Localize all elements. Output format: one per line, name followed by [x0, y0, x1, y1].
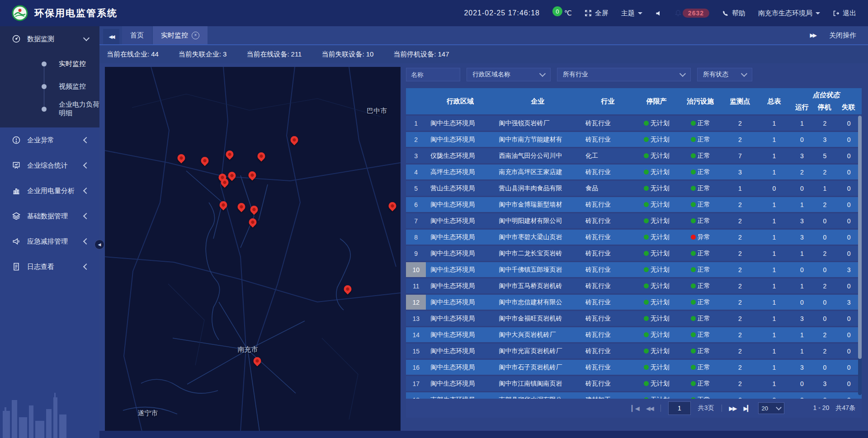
sidebar-collapse-button[interactable]: ◀	[94, 240, 104, 250]
status-dot-icon	[644, 397, 649, 399]
skyline-decoration	[0, 379, 99, 438]
datetime-label: 2021-02-25 17:46:18	[464, 9, 540, 17]
table-row[interactable]: 18南部生态环境局南部县砌华水泥有限公建材加工无计划正常60060	[406, 392, 862, 399]
last-page-button[interactable]: ▶▎	[744, 405, 751, 412]
running-cell: 3	[791, 230, 813, 245]
col-header-total-meter[interactable]: 总表	[758, 88, 791, 114]
col-header-production-limit[interactable]: 停限产	[635, 88, 679, 114]
sidebar-item-data-monitor[interactable]: 数据监测	[0, 26, 99, 52]
row-index-cell: 7	[406, 213, 426, 228]
facility-status-cell: 异常	[679, 230, 722, 245]
close-operations-button[interactable]: 关闭操作	[826, 31, 859, 40]
status-select[interactable]: 所有状态	[697, 68, 752, 81]
industry-select[interactable]: 所有行业	[557, 68, 691, 81]
name-filter-input[interactable]	[406, 68, 460, 81]
status-dot-icon	[691, 235, 696, 240]
mute-button[interactable]	[655, 10, 662, 17]
col-header-running[interactable]: 运行	[791, 103, 813, 112]
tab-realtime-monitor[interactable]: 实时监控×	[153, 26, 208, 44]
help-button[interactable]: 帮助	[722, 9, 745, 18]
app-header: 环保用电监管系统 2021-02-25 17:46:18 0 ℃ 全屏 主题	[0, 0, 868, 26]
table-row[interactable]: 9阆中生态环境局阆中市二龙长宝页岩砖砖瓦行业无计划正常21120	[406, 246, 862, 261]
stat-offline-devices: 当前失联设备:10	[321, 50, 373, 59]
sidebar-item-realtime-monitor[interactable]: 实时监控	[0, 52, 99, 75]
sidebar-item-base-data-management[interactable]: 基础数据管理	[0, 203, 99, 229]
gauge-icon	[12, 34, 21, 43]
tabs-scroll-left-button[interactable]: ◀◀	[103, 29, 119, 44]
first-page-button[interactable]: ▎◀	[632, 405, 639, 412]
sidebar: 数据监测实时监控视频监控企业电力负荷明细企业异常企业综合统计企业用电量分析基础数…	[0, 26, 99, 438]
stat-value: 3	[223, 50, 226, 58]
chevron-left-icon	[83, 162, 90, 169]
table-row[interactable]: 2阆中生态环境局阆中市南方节能建材有砖瓦行业无计划正常21030	[406, 132, 862, 147]
sidebar-item-video-monitor[interactable]: 视频监控	[0, 75, 99, 98]
table-row[interactable]: 14阆中生态环境局阆中大兴页岩机砖厂砖瓦行业无计划正常21120	[406, 327, 862, 342]
table-row[interactable]: 12阆中生态环境局阆中市忠信建材有限公砖瓦行业无计划正常21003	[406, 295, 862, 310]
industry-cell: 砖瓦行业	[581, 116, 635, 131]
total-meter-cell: 1	[758, 165, 791, 179]
map-panel[interactable]: 巴中市南充市遂宁市	[105, 67, 401, 431]
stopped-cell: 2	[813, 246, 836, 261]
next-page-button[interactable]: ▶▶	[729, 405, 736, 412]
sidebar-item-log-view[interactable]: 日志查看	[0, 254, 99, 279]
table-row[interactable]: 16阆中生态环境局阆中市石子页岩机砖厂砖瓦行业无计划正常21300	[406, 360, 862, 375]
col-header-stopped[interactable]: 停机	[813, 103, 836, 112]
total-meter-cell: 1	[758, 148, 791, 163]
production-limit-cell: 无计划	[635, 262, 679, 277]
table-row[interactable]: 6阆中生态环境局阆中市金博瑞新型墙材砖瓦行业无计划正常21120	[406, 197, 862, 212]
total-meter-cell: 1	[758, 230, 791, 245]
col-header-region[interactable]: 行政区域	[426, 88, 494, 114]
stat-label: 当前停机设备:	[393, 50, 436, 58]
table-row[interactable]: 11阆中生态环境局阆中市五马桥页岩机砖砖瓦行业无计划正常21120	[406, 278, 862, 293]
running-cell: 0	[791, 262, 813, 277]
table-row[interactable]: 8阆中生态环境局阆中市枣碧大梁山页岩砖瓦行业无计划异常21300	[406, 230, 862, 245]
table-row[interactable]: 17阆中生态环境局阆中市江南镇阆南页岩砖瓦行业无计划正常21030	[406, 376, 862, 391]
facility-status-cell: 正常	[679, 181, 722, 196]
tab-home[interactable]: 首页	[122, 26, 152, 44]
sidebar-item-power-load-detail[interactable]: 企业电力负荷明细	[0, 98, 99, 120]
org-dropdown[interactable]: 南充市生态环境局	[758, 9, 820, 18]
table-row[interactable]: 1阆中生态环境局阆中强锐页岩砖厂砖瓦行业无计划正常21120	[406, 116, 862, 131]
table-row[interactable]: 4高坪生态环境局南充市高坪区王家店建砖瓦行业无计划正常31220	[406, 165, 862, 179]
table-row[interactable]: 7阆中生态环境局阆中明阳建材有限公司砖瓦行业无计划正常21300	[406, 213, 862, 228]
facility-status-cell: 正常	[679, 116, 722, 131]
sidebar-item-emergency-reduction[interactable]: 应急减排管理	[0, 229, 99, 254]
col-header-treatment-facility[interactable]: 治污设施	[679, 88, 722, 114]
running-cell: 1	[791, 246, 813, 261]
company-cell: 阆中市枣碧大梁山页岩	[495, 230, 581, 245]
sidebar-item-enterprise-abnormal[interactable]: 企业异常	[0, 127, 99, 153]
sidebar-item-power-usage-analysis[interactable]: 企业用电量分析	[0, 178, 99, 203]
scrollbar-thumb[interactable]	[858, 116, 862, 359]
theme-dropdown[interactable]: 主题	[621, 9, 642, 18]
row-index-cell: 5	[406, 181, 426, 196]
header-toolbar: 2021-02-25 17:46:18 0 ℃ 全屏 主题	[464, 9, 856, 18]
logout-button[interactable]: 退出	[833, 9, 856, 18]
facility-status-cell: 正常	[679, 392, 722, 399]
table-row[interactable]: 15阆中生态环境局阆中市光富页岩机砖厂砖瓦行业无计划正常21120	[406, 344, 862, 358]
monitor-points-cell: 2	[722, 213, 758, 228]
city-label: 遂宁市	[137, 409, 158, 417]
page-size-select[interactable]: 20	[758, 402, 784, 414]
table-row[interactable]: 10阆中生态环境局阆中千佛镇五郎垭页岩砖瓦行业无计划正常21003	[406, 262, 862, 277]
page-number-input[interactable]	[668, 401, 691, 415]
table-row[interactable]: 13阆中生态环境局阆中市金福旺页岩机砖砖瓦行业无计划正常21300	[406, 311, 862, 326]
col-header-monitor-points[interactable]: 监测点	[722, 88, 758, 114]
industry-cell: 食品	[581, 181, 635, 196]
monitor-points-cell: 2	[722, 230, 758, 245]
notification-area[interactable]: 2632	[675, 9, 709, 18]
prev-page-button[interactable]: ◀◀	[646, 405, 653, 412]
col-header-lost[interactable]: 失联	[836, 103, 861, 112]
facility-status-cell: 正常	[679, 148, 722, 163]
stopped-cell: 1	[813, 181, 836, 196]
facility-status-cell: 正常	[679, 213, 722, 228]
table-row[interactable]: 3仪陇生态环境局西南油气田分公司川中化工无计划正常71350	[406, 148, 862, 163]
tabs-scroll-right-button[interactable]: ▶▶	[807, 32, 818, 39]
facility-status-cell: 正常	[679, 311, 722, 326]
sidebar-item-enterprise-statistics[interactable]: 企业综合统计	[0, 153, 99, 178]
col-header-company[interactable]: 企业	[495, 88, 581, 114]
fullscreen-button[interactable]: 全屏	[585, 9, 609, 18]
table-row[interactable]: 5营山生态环境局营山县润丰肉食品有限食品无计划正常10010	[406, 181, 862, 196]
close-icon[interactable]: ×	[192, 32, 199, 39]
col-header-industry[interactable]: 行业	[581, 88, 635, 114]
region-select[interactable]: 行政区域名称	[467, 68, 551, 81]
